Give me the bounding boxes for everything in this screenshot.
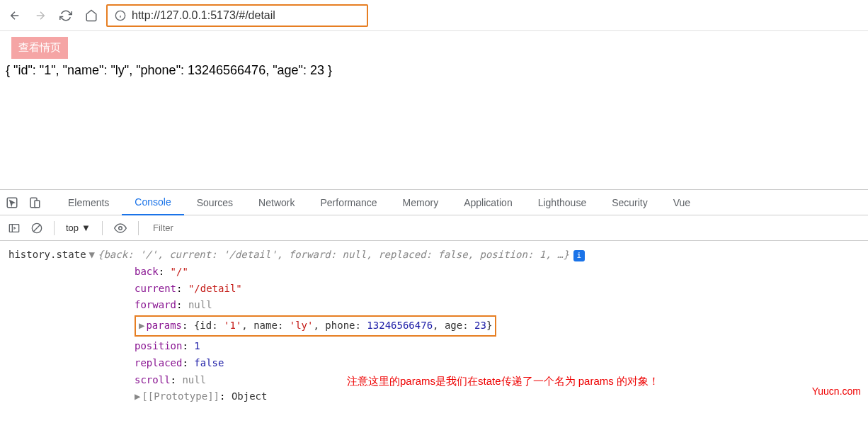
tab-vue[interactable]: Vue xyxy=(661,190,703,215)
tab-security[interactable]: Security xyxy=(599,190,661,215)
info-badge-icon[interactable]: i xyxy=(573,250,585,261)
object-preview[interactable]: {back: '/', current: '/detail', forward:… xyxy=(98,247,585,264)
devtools-tab-icons xyxy=(6,196,55,209)
context-selector[interactable]: top ▼ xyxy=(66,223,91,233)
tab-elements[interactable]: Elements xyxy=(55,190,122,215)
home-icon[interactable] xyxy=(85,9,98,22)
json-display: { "id": "1", "name": "ly", "phone": 1324… xyxy=(0,62,868,79)
chevron-down-icon: ▼ xyxy=(81,223,91,233)
device-toggle-icon[interactable] xyxy=(28,196,41,209)
tab-performance[interactable]: Performance xyxy=(307,190,389,215)
site-info-icon[interactable] xyxy=(115,10,126,21)
blank-area xyxy=(0,79,868,189)
watermark: Yuucn.com xyxy=(812,385,861,397)
nav-icons xyxy=(8,9,98,22)
tab-console[interactable]: Console xyxy=(122,190,183,215)
prop-replaced[interactable]: replaced: false xyxy=(135,355,860,372)
filter-input[interactable] xyxy=(150,220,860,236)
annotation-text: 注意这里的params是我们在state传递了一个名为 params 的对象！ xyxy=(347,375,659,388)
prop-current[interactable]: current: "/detail" xyxy=(135,281,860,298)
svg-rect-5 xyxy=(35,201,40,208)
reload-icon[interactable] xyxy=(59,9,72,22)
console-sidebar-icon[interactable] xyxy=(8,223,20,234)
context-label: top xyxy=(66,223,79,233)
expand-arrow-icon[interactable]: ▶ xyxy=(139,320,146,331)
eye-icon[interactable] xyxy=(114,222,127,235)
tab-application[interactable]: Application xyxy=(451,190,525,215)
clear-console-icon[interactable] xyxy=(31,223,42,234)
prop-params[interactable]: ▶params: {id: '1', name: 'ly', phone: 13… xyxy=(135,315,496,337)
tab-network[interactable]: Network xyxy=(246,190,307,215)
prop-back[interactable]: back: "/" xyxy=(135,264,860,281)
devtools-tabs: Elements Console Sources Network Perform… xyxy=(0,190,868,215)
view-detail-button[interactable]: 查看情页 xyxy=(11,37,68,59)
expand-arrow-icon[interactable]: ▶ xyxy=(135,390,142,402)
console-expression: history.state xyxy=(8,247,86,264)
tab-lighthouse[interactable]: Lighthouse xyxy=(525,190,600,215)
svg-line-9 xyxy=(33,225,40,231)
console-toolbar: top ▼ xyxy=(0,215,868,241)
tab-memory[interactable]: Memory xyxy=(390,190,452,215)
svg-point-10 xyxy=(119,226,122,230)
prop-position[interactable]: position: 1 xyxy=(135,338,860,355)
page-content: 查看情页 { "id": "1", "name": "ly", "phone":… xyxy=(0,31,868,79)
back-icon[interactable] xyxy=(8,9,21,22)
console-entry: history.state ▼ {back: '/', current: '/d… xyxy=(8,247,860,264)
expand-arrow-icon[interactable]: ▼ xyxy=(86,247,98,264)
prop-prototype[interactable]: ▶[[Prototype]]: Object xyxy=(135,388,860,405)
url-box[interactable]: http://127.0.0.1:5173/#/detail xyxy=(106,4,368,27)
tab-sources[interactable]: Sources xyxy=(184,190,246,215)
svg-rect-6 xyxy=(9,224,18,232)
prop-forward[interactable]: forward: null xyxy=(135,297,860,314)
forward-icon[interactable] xyxy=(34,9,47,22)
browser-address-bar: http://127.0.0.1:5173/#/detail xyxy=(0,0,868,31)
url-text: http://127.0.0.1:5173/#/detail xyxy=(132,9,275,22)
inspect-icon[interactable] xyxy=(6,196,18,209)
